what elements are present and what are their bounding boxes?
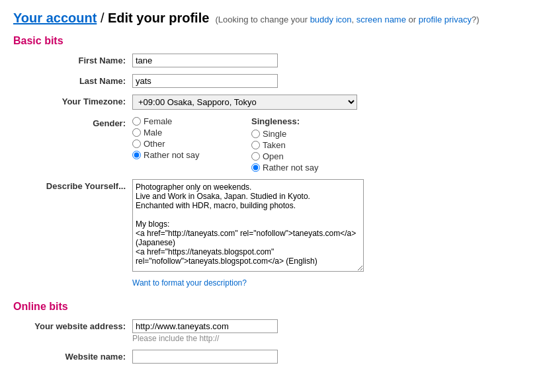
format-hint: Want to format your description?: [132, 278, 534, 288]
describe-row: Describe Yourself... Photographer only o…: [13, 179, 534, 274]
your-account-link[interactable]: Your account: [13, 11, 97, 25]
describe-wrap: Photographer only on weekends. Live and …: [132, 179, 534, 274]
gender-singleness-row: Gender: Female Male Other Rather not say…: [13, 116, 534, 173]
website-name-label: Website name:: [13, 350, 132, 362]
subtitle: (Looking to change your buddy icon, scre…: [213, 15, 480, 24]
singleness-title: Singleness:: [251, 116, 319, 126]
first-name-wrap: [132, 54, 534, 67]
website-hint: Please include the http://: [132, 334, 219, 343]
singleness-open-label[interactable]: Open: [251, 151, 319, 161]
website-wrap: Please include the http://: [132, 319, 534, 343]
singleness-rns-radio[interactable]: [251, 163, 260, 172]
last-name-row: Last Name:: [13, 74, 534, 88]
website-name-input[interactable]: [132, 350, 278, 364]
basic-bits-section: Basic bits First Name: Last Name: Your T…: [13, 35, 534, 288]
first-name-input[interactable]: [132, 54, 278, 67]
gender-female-label[interactable]: Female: [132, 116, 212, 126]
describe-textarea[interactable]: Photographer only on weekends. Live and …: [132, 179, 364, 272]
gender-rns-radio[interactable]: [132, 151, 141, 159]
singleness-section: Singleness: Single Taken Open Rather not…: [251, 116, 319, 173]
website-label: Your website address:: [13, 319, 132, 331]
singleness-taken-label[interactable]: Taken: [251, 140, 319, 150]
edit-profile-text: Edit your profile: [108, 11, 209, 25]
gender-male-radio[interactable]: [132, 128, 141, 137]
singleness-single-radio[interactable]: [251, 130, 260, 138]
online-bits-section: Online bits Your website address: Please…: [13, 301, 534, 364]
first-name-label: First Name:: [13, 54, 132, 65]
first-name-row: First Name:: [13, 54, 534, 67]
gender-other-text: Other: [144, 139, 165, 149]
gender-label: Gender:: [13, 116, 132, 128]
singleness-single-label[interactable]: Single: [251, 129, 319, 139]
website-name-row: Website name:: [13, 350, 534, 364]
screen-name-link[interactable]: screen name: [357, 15, 406, 24]
online-bits-title: Online bits: [13, 301, 534, 313]
timezone-wrap: +09:00 Osaka, Sapporo, Tokyo: [132, 95, 534, 110]
singleness-rns-label[interactable]: Rather not say: [251, 163, 319, 173]
gender-rns-label[interactable]: Rather not say: [132, 150, 212, 160]
singleness-rns-text: Rather not say: [263, 163, 319, 173]
singleness-open-radio[interactable]: [251, 152, 260, 161]
profile-privacy-link[interactable]: profile privacy: [419, 15, 472, 24]
singleness-open-text: Open: [263, 151, 284, 161]
gender-rns-text: Rather not say: [144, 150, 200, 160]
title-separator: /: [101, 11, 108, 25]
last-name-input[interactable]: [132, 74, 278, 88]
gender-male-label[interactable]: Male: [132, 128, 212, 137]
gender-options: Female Male Other Rather not say: [132, 116, 212, 160]
singleness-options: Single Taken Open Rather not say: [251, 129, 319, 173]
last-name-wrap: [132, 74, 534, 88]
buddy-icon-link[interactable]: buddy icon: [310, 15, 352, 24]
gender-male-text: Male: [144, 128, 162, 137]
timezone-label: Your Timezone:: [13, 95, 132, 106]
gender-female-radio[interactable]: [132, 117, 141, 126]
website-name-wrap: [132, 350, 534, 364]
last-name-label: Last Name:: [13, 74, 132, 86]
gender-other-radio[interactable]: [132, 139, 141, 148]
basic-bits-title: Basic bits: [13, 35, 534, 47]
website-row: Your website address: Please include the…: [13, 319, 534, 343]
singleness-single-text: Single: [263, 129, 286, 139]
format-description-link[interactable]: Want to format your description?: [132, 278, 247, 288]
gender-other-label[interactable]: Other: [132, 139, 212, 149]
timezone-row: Your Timezone: +09:00 Osaka, Sapporo, To…: [13, 95, 534, 110]
singleness-taken-radio[interactable]: [251, 141, 260, 149]
describe-label: Describe Yourself...: [13, 179, 132, 191]
timezone-select[interactable]: +09:00 Osaka, Sapporo, Tokyo: [132, 95, 357, 110]
page-title: Your account / Edit your profile (Lookin…: [13, 11, 534, 26]
singleness-taken-text: Taken: [263, 140, 286, 150]
website-input[interactable]: [132, 319, 278, 333]
gender-female-text: Female: [144, 116, 172, 126]
